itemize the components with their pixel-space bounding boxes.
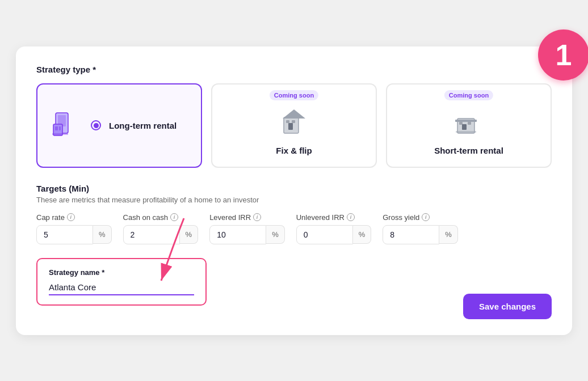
strategy-option-short-term-rental[interactable]: Coming soon Short-term rental: [386, 83, 552, 168]
strategy-types-container: Long-term rental Coming soon Fix & flip: [36, 83, 552, 168]
targets-title: Targets (Min): [36, 184, 552, 193]
svg-marker-7: [283, 109, 305, 118]
levered-irr-unit: %: [266, 225, 285, 244]
gross-yield-info-icon[interactable]: i: [422, 213, 430, 221]
svg-rect-15: [468, 122, 471, 125]
fix-flip-label: Fix & flip: [276, 146, 312, 155]
short-term-label: Short-term rental: [434, 146, 503, 155]
unlevered-irr-label: Unlevered IRR: [296, 213, 345, 222]
strategy-name-label: Strategy name *: [49, 268, 194, 277]
strategy-option-long-term-rental[interactable]: Long-term rental: [36, 83, 202, 168]
svg-rect-4: [59, 126, 61, 130]
cash-on-cash-group: Cash on cash i %: [123, 213, 199, 244]
svg-rect-3: [55, 126, 58, 130]
cash-on-cash-label: Cash on cash: [123, 213, 169, 222]
svg-rect-5: [52, 133, 68, 135]
cash-on-cash-input[interactable]: [123, 225, 180, 244]
strategy-name-section: Strategy name *: [36, 258, 207, 306]
svg-rect-9: [286, 120, 289, 123]
save-changes-button[interactable]: Save changes: [463, 294, 552, 319]
unlevered-irr-info-icon[interactable]: i: [347, 213, 355, 221]
levered-irr-input-wrapper: %: [209, 225, 285, 244]
cap-rate-input-wrapper: %: [36, 225, 112, 244]
levered-irr-info-icon[interactable]: i: [253, 213, 261, 221]
unlevered-irr-label-wrapper: Unlevered IRR i: [296, 213, 372, 222]
unlevered-irr-group: Unlevered IRR i %: [296, 213, 372, 244]
main-card: Strategy type * Long-term renta: [16, 46, 572, 335]
cash-on-cash-info-icon[interactable]: i: [170, 213, 178, 221]
page-wrapper: 1 Strategy type *: [16, 46, 572, 335]
cap-rate-unit: %: [93, 225, 112, 244]
cash-on-cash-label-wrapper: Cash on cash i: [123, 213, 199, 222]
cap-rate-label-wrapper: Cap rate i: [36, 213, 112, 222]
gross-yield-group: Gross yield i %: [383, 213, 458, 244]
unlevered-irr-input-wrapper: %: [296, 225, 372, 244]
svg-rect-8: [288, 123, 293, 130]
cap-rate-group: Cap rate i %: [36, 213, 112, 244]
gross-yield-unit: %: [439, 225, 458, 244]
fix-flip-icon: [276, 105, 312, 141]
strategy-name-input[interactable]: [49, 282, 194, 295]
cap-rate-input[interactable]: [36, 225, 93, 244]
cap-rate-info-icon[interactable]: i: [67, 213, 75, 221]
gross-yield-input[interactable]: [383, 225, 439, 244]
strategy-option-fix-flip[interactable]: Coming soon Fix & flip: [211, 83, 377, 168]
svg-rect-13: [462, 124, 467, 130]
targets-description: These are metrics that measure profitabi…: [36, 196, 552, 204]
svg-rect-12: [455, 120, 477, 122]
levered-irr-label: Levered IRR: [209, 213, 251, 222]
short-term-icon: [451, 105, 487, 141]
cash-on-cash-unit: %: [180, 225, 199, 244]
levered-irr-input[interactable]: [209, 225, 266, 244]
gross-yield-input-wrapper: %: [383, 225, 458, 244]
fix-flip-coming-soon: Coming soon: [270, 90, 318, 100]
unlevered-irr-input[interactable]: [296, 225, 353, 244]
long-term-label: Long-term rental: [109, 121, 177, 130]
unlevered-irr-unit: %: [353, 225, 372, 244]
step-badge: 1: [538, 29, 588, 81]
long-term-radio: [91, 120, 101, 130]
gross-yield-label: Gross yield: [383, 213, 419, 222]
long-term-rental-icon: [47, 107, 83, 143]
cash-on-cash-input-wrapper: %: [123, 225, 199, 244]
metrics-row: Cap rate i % Cash on cash i %: [36, 213, 552, 244]
svg-rect-14: [459, 122, 463, 125]
gross-yield-label-wrapper: Gross yield i: [383, 213, 458, 222]
svg-rect-16: [456, 131, 476, 133]
levered-irr-group: Levered IRR i %: [209, 213, 285, 244]
cap-rate-label: Cap rate: [36, 213, 65, 222]
short-term-coming-soon: Coming soon: [444, 90, 493, 100]
strategy-type-label: Strategy type *: [36, 65, 552, 74]
levered-irr-label-wrapper: Levered IRR i: [209, 213, 285, 222]
svg-rect-10: [292, 120, 295, 123]
